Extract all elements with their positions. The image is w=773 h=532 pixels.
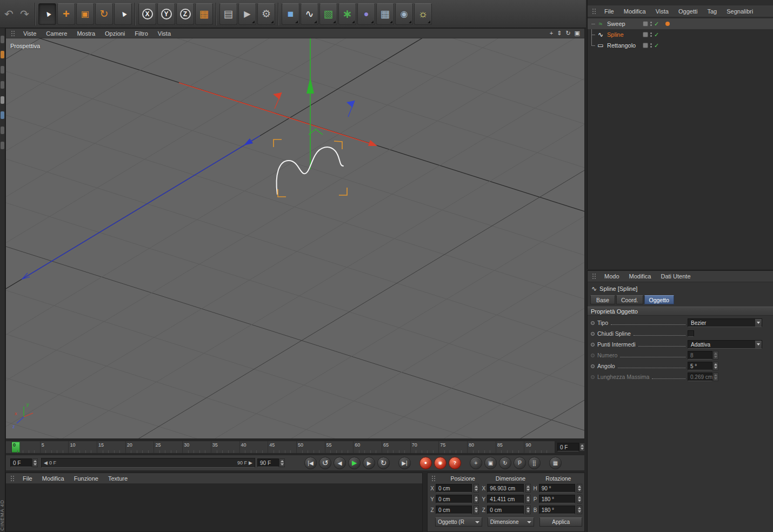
tab-coord[interactable]: Coord. [616, 295, 643, 304]
stepper[interactable] [525, 484, 531, 493]
panel-grip[interactable] [11, 30, 16, 37]
position-y-input[interactable]: 0 cm [436, 495, 472, 503]
stepper[interactable] [474, 484, 479, 493]
material-menu-item[interactable]: Modifica [37, 475, 69, 482]
stepper[interactable] [577, 495, 582, 503]
rotate-tool[interactable]: ↻ [95, 3, 113, 25]
redo-button[interactable]: ↷ [17, 3, 32, 25]
ruler-tick[interactable]: 5 [40, 441, 69, 453]
preview-range-slider[interactable]: ◀ 0 F 90 F ▶ [41, 458, 255, 468]
viewport-menu-item[interactable]: Vista [153, 30, 176, 37]
undo-button[interactable]: ↶ [2, 3, 16, 25]
panel-grip[interactable] [10, 475, 15, 482]
range-start-handle[interactable]: ◀ 0 F [44, 460, 56, 466]
record-parameter-toggle[interactable]: P [514, 457, 526, 469]
ruler-tick[interactable]: 10 [68, 441, 97, 453]
add-array-button[interactable]: ∗ [338, 3, 356, 25]
palette-icon[interactable] [1, 142, 4, 149]
stepper[interactable] [525, 506, 531, 514]
enable-check-icon[interactable]: ✓ [654, 42, 659, 49]
step-back-button[interactable]: ◀ [334, 457, 346, 469]
keyframe-selection-button[interactable]: ▦ [549, 457, 562, 469]
playback-end-input[interactable]: 90 F [257, 458, 279, 467]
panel-grip[interactable] [592, 273, 597, 280]
ruler-tick[interactable]: 50 [296, 441, 325, 453]
coordinate-system-button[interactable]: ▦ [195, 3, 213, 25]
play-button[interactable]: ▶ [348, 457, 361, 469]
ruler-tick[interactable]: 20 [125, 441, 154, 453]
viewport-menu-item[interactable]: Viste [18, 30, 41, 37]
ruler-tick[interactable]: 40 [239, 441, 268, 453]
pan-view-icon[interactable]: + [550, 30, 553, 37]
ruler-tick[interactable]: 80 [467, 441, 496, 453]
palette-icon[interactable] [1, 111, 4, 119]
autokey-button[interactable]: ◉ [434, 457, 447, 469]
material-menu-item[interactable]: Texture [103, 475, 132, 482]
punti-intermedi-dropdown[interactable]: Adattiva [688, 340, 762, 349]
current-frame-input[interactable]: 0 F [557, 443, 579, 451]
range-end-handle[interactable]: 90 F ▶ [237, 460, 252, 466]
tab-oggetto[interactable]: Oggetto [644, 295, 674, 304]
object-row-sweep[interactable]: ≈ Sweep ✓ [588, 18, 773, 29]
maximize-view-icon[interactable]: ▣ [575, 30, 580, 37]
add-generator-button[interactable]: ▧ [319, 3, 337, 25]
ruler-tick[interactable]: 70 [410, 441, 439, 453]
timeline-ruler[interactable]: 051015202530354045505560657075808590 [5, 441, 555, 454]
viewport-menu-item[interactable]: Camere [41, 30, 72, 37]
rotate-view-icon[interactable]: ↻ [565, 30, 570, 37]
step-forward-button[interactable]: ▶ [363, 457, 375, 469]
attribute-menu-item[interactable]: Modo [599, 273, 624, 280]
lock-y-axis-button[interactable]: Y [157, 3, 175, 25]
object-manager-menu-item[interactable]: File [599, 8, 619, 15]
object-manager-menu-item[interactable]: Modifica [619, 8, 651, 15]
anim-dot-icon[interactable] [591, 332, 595, 336]
ruler-tick[interactable]: 65 [382, 441, 410, 453]
stepper[interactable] [474, 506, 479, 514]
lock-z-axis-button[interactable]: Z [176, 3, 194, 25]
ruler-tick[interactable]: 90 [524, 441, 552, 453]
record-options-button[interactable]: ? [449, 457, 461, 469]
rotation-b-input[interactable]: 180 ° [539, 506, 575, 514]
attribute-menu-item[interactable]: Modifica [624, 273, 656, 280]
palette-icon[interactable] [1, 127, 4, 134]
add-spline-button[interactable]: ∿ [301, 3, 318, 25]
ruler-tick[interactable]: 45 [268, 441, 296, 453]
render-settings-button[interactable]: ⚙ [257, 3, 275, 25]
perspective-viewport[interactable]: VisteCamereMostraOpzioniFiltroVista +⇕↻▣… [5, 28, 585, 439]
lock-x-axis-button[interactable]: X [138, 3, 156, 25]
stepper[interactable] [279, 458, 285, 467]
ruler-tick[interactable]: 85 [496, 441, 524, 453]
palette-icon[interactable] [1, 81, 4, 89]
tag-dot[interactable] [665, 22, 670, 26]
ruler-tick[interactable]: 55 [325, 441, 354, 453]
rotation-p-input[interactable]: 180 ° [539, 495, 575, 503]
chiudi-spline-checkbox[interactable] [688, 330, 694, 337]
size-mode-dropdown[interactable]: Dimensione [488, 517, 535, 527]
position-z-input[interactable]: 0 cm [436, 506, 472, 514]
goto-start-button[interactable]: |◀ [304, 457, 317, 469]
object-manager-menu-item[interactable]: Oggetti [674, 8, 702, 15]
visibility-dots[interactable] [650, 22, 652, 26]
stepper[interactable] [32, 458, 38, 467]
stepper[interactable] [713, 362, 718, 370]
size-z-input[interactable]: 0 cm [487, 506, 523, 514]
record-pla-toggle[interactable]: ⣿ [528, 457, 541, 469]
viewport-menu-item[interactable]: Opzioni [100, 30, 130, 37]
ruler-tick[interactable]: 25 [154, 441, 182, 453]
ruler-tick[interactable]: 35 [211, 441, 239, 453]
anim-dot-icon[interactable] [591, 364, 595, 368]
palette-icon[interactable] [1, 66, 4, 74]
viewport-menu-item[interactable]: Mostra [72, 30, 100, 37]
zoom-view-icon[interactable]: ⇕ [557, 30, 562, 37]
layer-badge[interactable] [643, 21, 648, 26]
selection-tool[interactable]: ► [114, 3, 132, 25]
add-light-button[interactable]: ☼ [414, 3, 432, 25]
move-tool[interactable]: + [57, 3, 75, 25]
viewport-canvas[interactable]: x y z [6, 38, 584, 438]
enable-check-icon[interactable]: ✓ [654, 31, 659, 38]
live-selection-tool[interactable]: ► [38, 3, 56, 25]
apply-button[interactable]: Applica [539, 517, 582, 527]
anim-dot-icon[interactable] [591, 343, 595, 347]
visibility-dots[interactable] [650, 32, 652, 37]
ruler-tick[interactable]: 15 [97, 441, 125, 453]
